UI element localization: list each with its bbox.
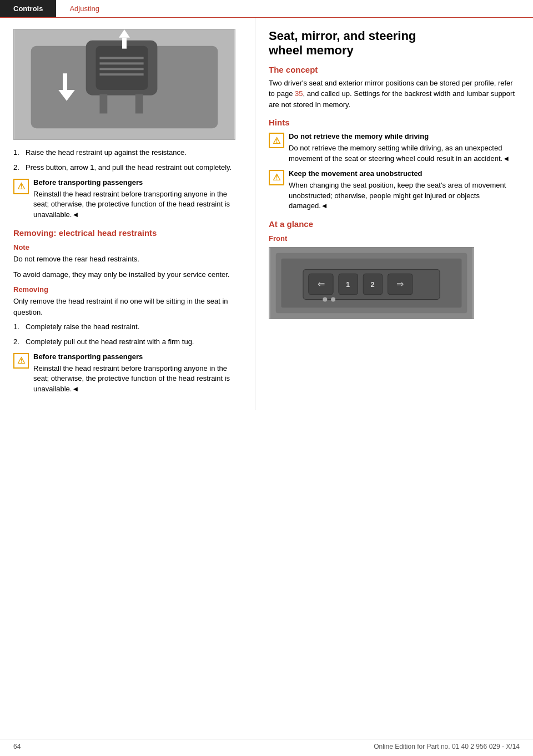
section-electrical-heading: Removing: electrical head restraints	[13, 228, 242, 238]
svg-rect-5	[135, 94, 143, 114]
front-panel-image: ⇐ 1 2 ⇒	[269, 247, 474, 319]
warning-title-2: Before transporting passengers	[33, 352, 242, 362]
svg-rect-13	[99, 73, 143, 75]
warning-icon-2: ⚠	[13, 353, 29, 369]
warning-icon-1: ⚠	[13, 179, 29, 194]
step-text-2: Press button, arrow 1, and pull the head…	[26, 163, 232, 173]
e-step-2: 2. Completely pull out the head restrain…	[13, 337, 242, 347]
note-heading: Note	[13, 243, 242, 251]
removing-heading: Removing	[13, 285, 242, 294]
note-text-2: To avoid damage, they may only be instal…	[13, 269, 242, 280]
at-glance-heading: At a glance	[269, 219, 520, 229]
svg-rect-10	[99, 57, 143, 59]
concept-text: Two driver's seat and exterior mirror po…	[269, 78, 520, 110]
svg-text:2: 2	[370, 280, 374, 289]
step-2: 2. Press button, arrow 1, and pull the h…	[13, 163, 242, 173]
svg-rect-4	[99, 94, 107, 114]
svg-text:⇒: ⇒	[396, 279, 404, 289]
e-step-num-2: 2.	[13, 337, 26, 347]
main-heading-line1: Seat, mirror, and steering	[269, 29, 416, 43]
svg-rect-11	[99, 62, 143, 64]
hint-title-2: Keep the movement area unobstructed	[289, 169, 520, 179]
hint-text-1: Do not retrieve the memory while driving…	[289, 132, 520, 164]
main-heading-line2: wheel memory	[269, 43, 354, 57]
warning-block-2: ⚠ Before transporting passengers Reinsta…	[13, 352, 242, 395]
hint-title-1: Do not retrieve the memory while driving	[289, 132, 520, 142]
concept-heading: The concept	[269, 65, 520, 74]
warning-block-1: ⚠ Before transporting passengers Reinsta…	[13, 178, 242, 220]
warning-body-2: Reinstall the head restraint before tran…	[33, 364, 230, 394]
right-column: Seat, mirror, and steering wheel memory …	[255, 18, 533, 410]
hint-icon-2: ⚠	[269, 170, 284, 185]
hint-body-1: Do not retrieve the memory setting while…	[289, 144, 510, 163]
warning-text-1: Before transporting passengers Reinstall…	[33, 178, 242, 220]
svg-rect-3	[96, 46, 148, 90]
note-text-1: Do not remove the rear head restraints.	[13, 254, 242, 265]
step-num-2: 2.	[13, 163, 26, 173]
svg-text:1: 1	[346, 280, 350, 289]
hint-text-2: Keep the movement area unobstructed When…	[289, 169, 520, 211]
nav-tab-controls-label: Controls	[13, 4, 43, 13]
page-footer: 64 Online Edition for Part no. 01 40 2 9…	[0, 739, 533, 750]
hint-body-2: When changing the seat position, keep th…	[289, 181, 506, 210]
page-number: 64	[13, 743, 21, 750]
step-text-1: Raise the head restraint up against the …	[26, 148, 187, 158]
main-content: 1. Raise the head restraint up against t…	[0, 18, 533, 410]
electrical-remove-steps: 1. Completely raise the head restraint. …	[13, 322, 242, 347]
e-step-text-1: Completely raise the head restraint.	[26, 322, 139, 332]
svg-rect-12	[99, 68, 143, 70]
removing-intro: Only remove the head restraint if no one…	[13, 296, 242, 317]
svg-point-26	[323, 298, 327, 302]
left-column: 1. Raise the head restraint up against t…	[0, 18, 255, 410]
warning-body-1: Reinstall the head restraint before tran…	[33, 190, 230, 219]
warning-title-1: Before transporting passengers	[33, 178, 242, 188]
svg-rect-9	[63, 73, 67, 91]
concept-text-after: , and called up. Settings for the backre…	[269, 89, 515, 109]
concept-page-link[interactable]: 35	[295, 89, 303, 98]
step-num-1: 1.	[13, 148, 26, 158]
warning-text-2: Before transporting passengers Reinstall…	[33, 352, 242, 395]
e-step-num-1: 1.	[13, 322, 26, 332]
svg-point-27	[331, 298, 335, 302]
e-step-1: 1. Completely raise the head restraint.	[13, 322, 242, 332]
hints-heading: Hints	[269, 118, 520, 127]
nav-tab-adjusting-label: Adjusting	[69, 4, 99, 13]
head-restraint-image	[13, 29, 235, 140]
hint-block-1: ⚠ Do not retrieve the memory while drivi…	[269, 132, 520, 164]
e-step-text-2: Completely pull out the head restraint w…	[26, 337, 194, 347]
hint-block-2: ⚠ Keep the movement area unobstructed Wh…	[269, 169, 520, 211]
nav-bar: Controls Adjusting	[0, 0, 533, 18]
nav-tab-adjusting[interactable]: Adjusting	[56, 0, 112, 17]
step-1: 1. Raise the head restraint up against t…	[13, 148, 242, 158]
main-heading: Seat, mirror, and steering wheel memory	[269, 29, 520, 58]
manual-remove-steps: 1. Raise the head restraint up against t…	[13, 148, 242, 173]
svg-text:⇐: ⇐	[318, 279, 325, 289]
front-label: Front	[269, 234, 520, 243]
svg-rect-7	[122, 38, 127, 49]
nav-tab-controls[interactable]: Controls	[0, 0, 56, 17]
edition-text: Online Edition for Part no. 01 40 2 956 …	[374, 743, 520, 750]
hint-icon-1: ⚠	[269, 133, 284, 148]
